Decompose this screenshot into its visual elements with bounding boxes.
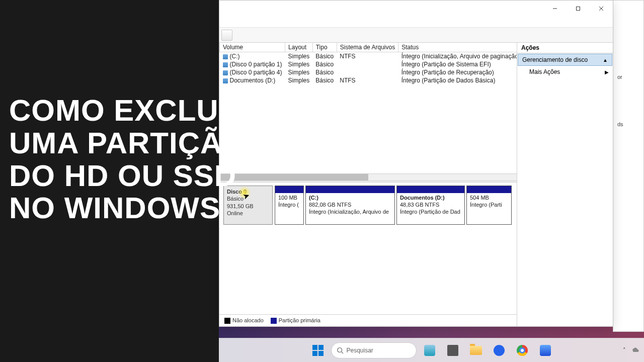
partition-size: 504 MB (470, 195, 508, 202)
table-header-row[interactable]: Volume Layout Tipo Sistema de Arquivos S… (220, 43, 517, 52)
partition-status: Íntegro (Inicialização, Arquivo de (309, 209, 391, 216)
actions-more[interactable]: Mais Ações ▶ (517, 66, 613, 77)
volume-icon (223, 62, 228, 67)
disk-management-window: Volume Layout Tipo Sistema de Arquivos S… (219, 0, 613, 327)
background-window: or ds (613, 0, 644, 332)
svg-point-4 (337, 347, 342, 352)
disk-map: ➤ Disco 0 Básico 931,50 GB Online 100 MB… (219, 183, 517, 314)
close-button[interactable] (590, 1, 613, 17)
volume-icon (223, 78, 228, 83)
windows-logo-icon (312, 345, 324, 356)
taskbar-app-3[interactable] (535, 340, 555, 360)
legend-unallocated: Não alocado (224, 317, 264, 324)
search-icon (337, 347, 344, 354)
actions-panel: Ações Gerenciamento de disco ▲ Mais Açõe… (517, 43, 613, 326)
onedrive-icon[interactable] (631, 346, 639, 354)
taskbar-app-taskview[interactable] (443, 340, 463, 360)
menu-bar[interactable] (219, 17, 613, 28)
toolbar-button[interactable] (221, 30, 232, 41)
tray-overflow-icon[interactable]: ˄ (623, 347, 626, 353)
actions-group[interactable]: Gerenciamento de disco ▲ (518, 54, 612, 66)
partition-status: Íntegro (Partição de Dad (400, 209, 461, 216)
search-placeholder: Pesquisar (347, 347, 373, 354)
partition-title: (C:) (309, 195, 391, 202)
partition-size: 882,08 GB NTFS (309, 202, 391, 209)
start-button[interactable] (308, 340, 328, 360)
partition-size: 100 MB (278, 195, 300, 202)
toolbar (219, 28, 613, 43)
chrome-icon (517, 345, 528, 356)
actions-header: Ações (517, 43, 613, 53)
partition[interactable]: 100 MBÍntegro ( (275, 186, 304, 225)
col-fs[interactable]: Sistema de Arquivos (337, 43, 398, 52)
col-layout[interactable]: Layout (285, 43, 313, 52)
collapse-icon: ▲ (603, 57, 608, 63)
svg-rect-1 (577, 7, 580, 11)
taskbar-app-1[interactable] (420, 340, 440, 360)
minimize-button[interactable] (543, 1, 567, 17)
volume-icon (223, 54, 228, 59)
partition-bar (397, 186, 464, 193)
partition-bar (467, 186, 511, 193)
col-tipo[interactable]: Tipo (312, 43, 337, 52)
col-volume[interactable]: Volume (220, 43, 285, 52)
table-row[interactable]: Documentos (D:)SimplesBásicoNTFSÍntegro … (220, 76, 517, 84)
titlebar (219, 1, 613, 17)
partition-title: Documentos (D:) (400, 195, 461, 202)
folder-icon (470, 346, 482, 355)
svg-line-5 (341, 351, 343, 353)
submenu-icon: ▶ (605, 69, 609, 75)
taskbar-search[interactable]: Pesquisar (331, 342, 417, 358)
taskbar-explorer[interactable] (466, 340, 486, 360)
table-row[interactable]: (C:)SimplesBásicoNTFSÍntegro (Inicializa… (220, 52, 517, 61)
partition[interactable]: Documentos (D:)48,83 GB NTFSÍntegro (Par… (396, 186, 465, 225)
legend-primary: Partição primária (271, 317, 320, 324)
col-status[interactable]: Status (398, 43, 517, 52)
table-row[interactable]: (Disco 0 partição 1)SimplesBásicoÍntegro… (220, 60, 517, 68)
taskbar: Pesquisar ˄ (219, 338, 644, 362)
volume-icon (223, 70, 228, 75)
partition-bar (275, 186, 303, 193)
maximize-button[interactable] (567, 1, 590, 17)
taskbar-app-2[interactable] (489, 340, 509, 360)
partition-status: Íntegro ( (278, 202, 300, 209)
partition-status: Íntegro (Parti (470, 202, 508, 209)
partition-size: 48,83 GB NTFS (400, 202, 461, 209)
table-row[interactable]: (Disco 0 partição 4)SimplesBásicoÍntegro… (220, 68, 517, 76)
partition[interactable]: 504 MBÍntegro (Parti (466, 186, 512, 225)
horizontal-scrollbar[interactable] (219, 173, 517, 180)
video-title-overlay: COMO EXCLUIR UMA PARTIÇÃO DO HD OU SSD N… (9, 95, 250, 225)
taskbar-chrome[interactable] (512, 340, 532, 360)
system-tray[interactable]: ˄ (623, 338, 639, 362)
partition-bar (306, 186, 394, 193)
legend: Não alocado Partição primária (219, 314, 517, 326)
partition[interactable]: (C:)882,08 GB NTFSÍntegro (Inicialização… (305, 186, 395, 225)
volume-list[interactable]: Volume Layout Tipo Sistema de Arquivos S… (219, 43, 517, 173)
